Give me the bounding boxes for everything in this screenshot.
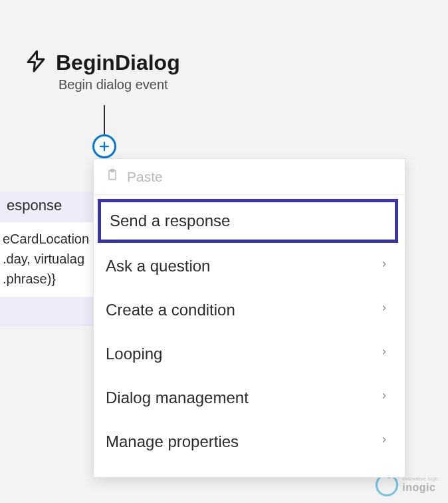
menu-item-label: Dialog management xyxy=(106,389,249,407)
add-node-button[interactable] xyxy=(92,134,116,158)
chevron-right-icon xyxy=(380,257,389,275)
lightning-icon xyxy=(24,49,48,76)
chevron-right-icon xyxy=(380,301,389,319)
connector-line xyxy=(104,105,105,136)
chevron-right-icon xyxy=(380,389,389,407)
chevron-right-icon xyxy=(380,432,389,451)
menu-item-label: Manage properties xyxy=(106,432,239,451)
paste-menu-item: Paste xyxy=(94,159,405,195)
card-header: esponse xyxy=(7,197,86,214)
menu-item-label: Send a response xyxy=(110,212,230,230)
menu-item-label: Create a condition xyxy=(106,301,235,319)
response-card[interactable]: esponse eCardLocation .day, virtualag .p… xyxy=(0,192,93,325)
menu-item-label: Ask a question xyxy=(106,257,210,275)
chevron-right-icon xyxy=(380,345,389,363)
svg-marker-0 xyxy=(28,51,44,71)
action-menu-popup: Paste Send a responseAsk a questionCreat… xyxy=(93,158,405,478)
menu-item-dialog-management[interactable]: Dialog management xyxy=(94,376,405,420)
menu-item-manage-properties[interactable]: Manage properties xyxy=(94,420,405,464)
paste-label: Paste xyxy=(127,169,163,185)
menu-item-label: Looping xyxy=(106,345,162,363)
trigger-block: BeginDialog Begin dialog event xyxy=(24,49,180,92)
menu-item-ask-a-question[interactable]: Ask a question xyxy=(94,244,405,288)
trigger-subtitle: Begin dialog event xyxy=(58,77,180,92)
paste-icon xyxy=(106,168,119,185)
menu-item-send-a-response[interactable]: Send a response xyxy=(98,199,398,243)
card-body: eCardLocation .day, virtualag .phrase)} xyxy=(0,222,93,297)
menu-item-looping[interactable]: Looping xyxy=(94,332,405,376)
menu-item-create-a-condition[interactable]: Create a condition xyxy=(94,288,405,332)
trigger-title: BeginDialog xyxy=(56,51,180,75)
